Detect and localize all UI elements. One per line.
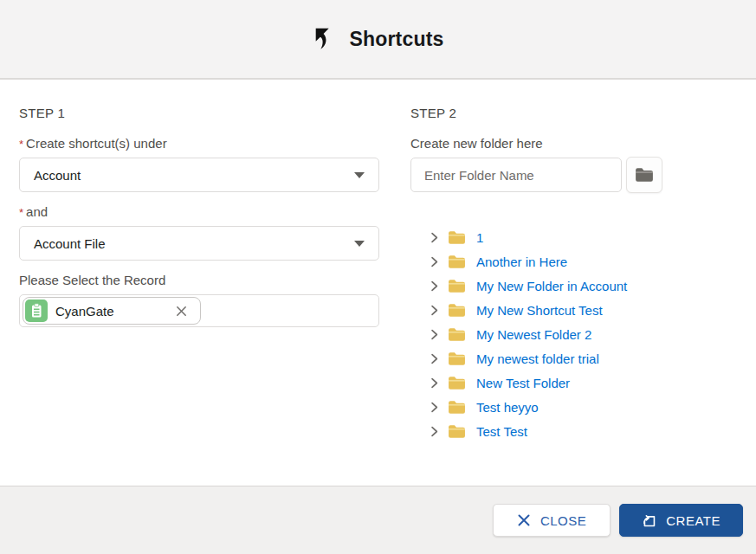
create-button-label: CREATE bbox=[666, 513, 720, 528]
step1-section: STEP 1 *Create shortcut(s) under Account… bbox=[19, 106, 379, 486]
shortcuts-modal: Shortcuts STEP 1 *Create shortcut(s) und… bbox=[0, 0, 756, 554]
folder-tree-item[interactable]: Test Test bbox=[429, 419, 743, 443]
chevron-right-icon[interactable] bbox=[429, 377, 440, 389]
folder-icon bbox=[448, 254, 466, 269]
chevron-right-icon[interactable] bbox=[429, 426, 440, 437]
folder-tree-item[interactable]: Test heyyo bbox=[429, 395, 743, 419]
chevron-right-icon[interactable] bbox=[429, 402, 440, 413]
required-marker: * bbox=[19, 138, 23, 151]
folder-tree-item[interactable]: 1 bbox=[429, 225, 743, 249]
chevron-right-icon[interactable] bbox=[429, 305, 440, 316]
folder-icon bbox=[448, 351, 466, 366]
chevron-down-icon bbox=[354, 172, 365, 178]
remove-record-button[interactable] bbox=[173, 303, 190, 319]
folder-tree-item[interactable]: Another in Here bbox=[429, 249, 743, 274]
step1-heading: STEP 1 bbox=[19, 106, 379, 120]
object-select[interactable]: Account bbox=[19, 158, 379, 192]
folder-link[interactable]: Another in Here bbox=[476, 254, 567, 269]
record-pill-label: CyanGate bbox=[55, 304, 114, 319]
create-folder-button[interactable] bbox=[626, 157, 662, 193]
folder-icon bbox=[448, 400, 466, 415]
create-button[interactable]: CREATE bbox=[619, 504, 743, 537]
object-select-value: Account bbox=[34, 168, 81, 183]
chevron-right-icon[interactable] bbox=[429, 353, 440, 364]
required-marker: * bbox=[19, 206, 23, 219]
modal-body: STEP 1 *Create shortcut(s) under Account… bbox=[0, 80, 756, 486]
chevron-down-icon bbox=[354, 241, 365, 247]
close-icon bbox=[517, 513, 531, 527]
folder-link[interactable]: Test Test bbox=[476, 424, 527, 439]
folder-tree-item[interactable]: My newest folder trial bbox=[429, 346, 743, 370]
modal-footer: CLOSE CREATE bbox=[0, 486, 756, 554]
folder-link[interactable]: My New Shortcut Test bbox=[476, 303, 603, 318]
folder-link[interactable]: My newest folder trial bbox=[476, 351, 599, 366]
record-clipboard-icon bbox=[25, 300, 48, 322]
folder-tree: 1 bbox=[410, 225, 743, 443]
folder-link[interactable]: Test heyyo bbox=[476, 400, 539, 415]
chevron-right-icon[interactable] bbox=[429, 329, 440, 340]
page-title: Shortcuts bbox=[349, 28, 443, 51]
folder-name-input[interactable] bbox=[410, 158, 622, 192]
step2-heading: STEP 2 bbox=[410, 106, 743, 120]
folder-icon bbox=[448, 303, 466, 318]
folder-link[interactable]: 1 bbox=[476, 230, 483, 245]
folder-tree-item[interactable]: New Test Folder bbox=[429, 370, 743, 395]
folder-icon bbox=[448, 279, 466, 293]
close-button-label: CLOSE bbox=[540, 513, 586, 528]
record-lookup-field[interactable]: CyanGate bbox=[19, 294, 379, 327]
folder-link[interactable]: New Test Folder bbox=[476, 376, 570, 390]
folder-icon bbox=[635, 167, 654, 183]
folder-icon bbox=[448, 327, 466, 342]
shortcut-box-icon bbox=[642, 513, 656, 528]
file-type-select[interactable]: Account File bbox=[19, 226, 379, 261]
chevron-right-icon[interactable] bbox=[429, 232, 440, 243]
folder-tree-item[interactable]: My New Folder in Account bbox=[429, 274, 743, 298]
record-pill[interactable]: CyanGate bbox=[23, 297, 201, 325]
file-field-label: *and bbox=[19, 204, 379, 219]
folder-link[interactable]: My New Folder in Account bbox=[476, 279, 627, 293]
modal-header: Shortcuts bbox=[0, 0, 756, 80]
shortcut-arrow-icon bbox=[312, 25, 338, 53]
folder-tree-item[interactable]: My New Shortcut Test bbox=[429, 298, 743, 322]
object-field-label: *Create shortcut(s) under bbox=[19, 136, 379, 151]
folder-tree-item[interactable]: My Newest Folder 2 bbox=[429, 322, 743, 346]
close-icon bbox=[175, 305, 188, 318]
record-field-label: Please Select the Record bbox=[19, 273, 379, 287]
chevron-right-icon[interactable] bbox=[429, 280, 440, 292]
file-type-select-value: Account File bbox=[34, 236, 106, 251]
folder-icon bbox=[448, 376, 466, 390]
close-button[interactable]: CLOSE bbox=[493, 504, 611, 537]
folder-icon bbox=[448, 424, 466, 439]
chevron-right-icon[interactable] bbox=[429, 256, 440, 267]
folder-link[interactable]: My Newest Folder 2 bbox=[476, 327, 591, 342]
step2-section: STEP 2 Create new folder here bbox=[410, 106, 743, 486]
folder-icon bbox=[448, 230, 466, 245]
new-folder-label: Create new folder here bbox=[410, 136, 743, 151]
